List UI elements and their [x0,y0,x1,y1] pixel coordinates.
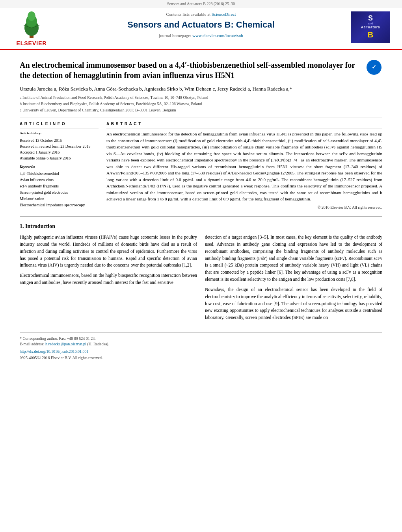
keyword-1: 4,4′-Thiobisbenzenethiol [20,171,99,177]
email-name: (H. Radecka). [87,342,109,346]
keyword-4: Screen-printed gold electrodes [20,189,99,196]
crossmark-badge[interactable]: ✓ [367,60,382,76]
sensors-badge: S and AcTuators B [351,11,390,43]
journal-header: ELSEVIER Contents lists available at Sci… [0,8,402,50]
crossmark-icon: ✓ [367,60,382,75]
affiliation-3: c University of Leuven, Department of Ch… [20,108,382,113]
divider-1 [20,117,382,117]
footer-section: * Corresponding author. Fax: +48 89 524 … [20,332,382,361]
keyword-5: Miniaturization [20,196,99,202]
intro-right-col: detection of a target antigen [3–5]. In … [205,234,382,324]
sensors-and-text: and [353,22,388,25]
article-title: An electrochemical immunosensor based on… [20,60,359,80]
copyright-line: © 2016 Elsevier B.V. All rights reserved… [106,205,382,210]
divider-2 [20,216,382,217]
accepted-date: Accepted 1 January 2016 [20,149,99,155]
elsevier-tree-icon [12,11,51,39]
actuators-text: AcTuators [353,25,388,30]
page-wrapper: Sensors and Actuators B 228 (2016) 25–30… [0,0,402,532]
section-number: 1. [20,223,24,229]
elsevier-logo: ELSEVIER [8,11,55,48]
email-link[interactable]: h.radecka@pan.olsztyn.pl [45,342,86,346]
journal-title: Sensors and Actuators B: Chemical [63,19,339,31]
svg-point-3 [28,11,35,21]
section-title: 1. Introduction [20,222,382,230]
history-heading: Article history: [20,131,99,136]
footer-issn: 0925-4005/© 2016 Elsevier B.V. All right… [20,355,382,361]
intro-para-3: detection of a target antigen [3–5]. In … [205,234,382,283]
header-center: Contents lists available at ScienceDirec… [55,11,347,39]
keywords-title: Keywords: [20,164,99,169]
section-title-text: Introduction [25,223,55,229]
citation-text: Sensors and Actuators B 228 (2016) 25–30 [167,2,235,6]
received-revised: Received in revised form 23 December 201… [20,143,99,149]
journal-homepage: journal homepage: www.elsevier.com/locat… [63,33,339,39]
available-online: Available online 6 January 2016 [20,155,99,161]
citation-bar: Sensors and Actuators B 228 (2016) 25–30 [0,0,402,8]
affiliations: a Institute of Animal Production and Foo… [20,95,382,113]
sensors-logo-box: S and AcTuators B [347,11,394,43]
keyword-3: scFv antibody fragments [20,183,99,189]
email-label: E-mail address: [20,342,44,346]
sciencedirect-link[interactable]: ScienceDirect [212,12,236,17]
intro-para-2: Electrochemical immunosensors, based on … [20,272,197,286]
header-top: ELSEVIER Contents lists available at Sci… [8,11,394,48]
elsevier-wordmark: ELSEVIER [16,40,47,48]
affiliation-1: a Institute of Animal Production and Foo… [20,95,382,100]
intro-para-4: Nowadays, the design of an electrochemic… [205,286,382,321]
authors-text: Urszula Jarocka a, Róża Sawicka b, Anna … [20,86,292,92]
article-info-heading: A R T I C L E I N F O [20,121,99,128]
main-content: An electrochemical immunosensor based on… [0,50,402,369]
sensors-s-text: S [353,15,388,22]
received-date: Received 13 October 2015 [20,137,99,143]
keyword-2: Avian influenza virus [20,177,99,183]
article-info-col: A R T I C L E I N F O Article history: R… [20,121,99,210]
intro-left-col: Highly pathogenic avian influenza viruse… [20,234,197,324]
homepage-label: journal homepage: [159,33,191,38]
sensors-b-text: B [353,30,388,40]
contents-link: Contents lists available at ScienceDirec… [63,11,339,17]
keywords-section: Keywords: 4,4′-Thiobisbenzenethiol Avian… [20,164,99,209]
article-title-section: An electrochemical immunosensor based on… [20,56,382,80]
corresponding-label: * Corresponding author. Fax: +48 89 524 … [20,336,96,341]
footer-corresponding: * Corresponding author. Fax: +48 89 524 … [20,336,382,341]
intro-body-cols: Highly pathogenic avian influenza viruse… [20,234,382,324]
homepage-link[interactable]: www.elsevier.com/locate/snb [192,33,243,38]
footer-doi[interactable]: http://dx.doi.org/10.1016/j.snb.2016.01.… [20,349,382,354]
abstract-text: An electrochemical immunosensor for the … [106,131,382,202]
footer-email: E-mail address: h.radecka@pan.olsztyn.pl… [20,341,382,347]
abstract-heading: A B S T R A C T [106,121,382,128]
affiliation-2: b Institute of Biochemistry and Biophysi… [20,101,382,107]
intro-para-1: Highly pathogenic avian influenza viruse… [20,234,197,269]
abstract-col: A B S T R A C T An electrochemical immun… [106,121,382,210]
doi-link[interactable]: http://dx.doi.org/10.1016/j.snb.2016.01.… [20,349,89,354]
authors-section: Urszula Jarocka a, Róża Sawicka b, Anna … [20,85,382,93]
keyword-6: Electrochemical impedance spectroscopy [20,202,99,208]
info-abstract-cols: A R T I C L E I N F O Article history: R… [20,121,382,210]
contents-label: Contents lists available at [166,12,210,17]
introduction-section: 1. Introduction Highly pathogenic avian … [20,222,382,324]
